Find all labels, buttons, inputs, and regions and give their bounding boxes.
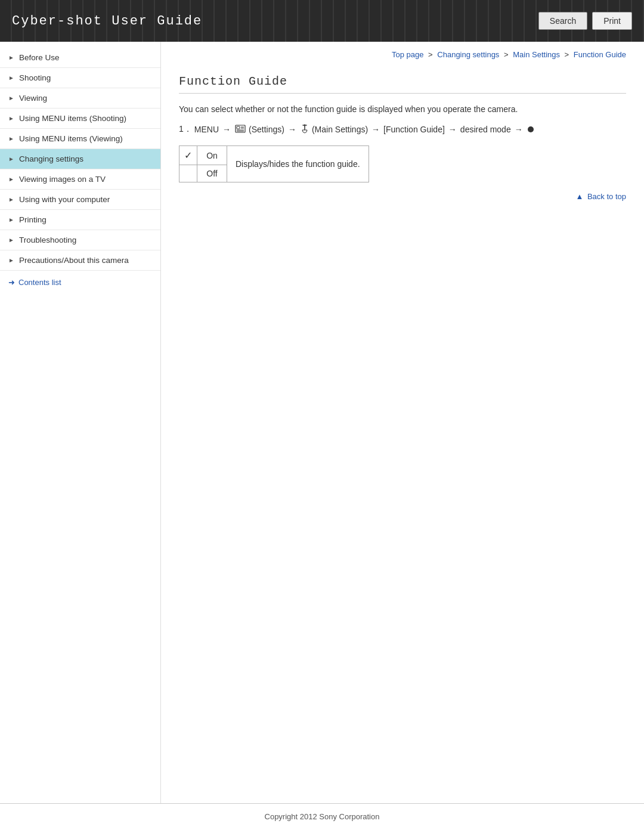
bracket-label: [Function Guide] xyxy=(383,125,445,134)
header-buttons: Search Print xyxy=(538,12,632,30)
breadcrumb-sep2: > xyxy=(504,50,510,59)
sidebar-item-label: Viewing xyxy=(19,94,47,103)
sidebar-item-label: Troubleshooting xyxy=(19,236,76,244)
options-table: ✓ On Displays/hides the function guide. … xyxy=(179,145,369,182)
main-settings-label: (Main Settings) xyxy=(312,125,368,134)
settings-icon xyxy=(234,125,246,134)
instruction-line: 1． MENU → (Settings) → xyxy=(179,124,626,135)
sidebar-item-label: Using MENU items (Shooting) xyxy=(19,114,126,123)
svg-rect-1 xyxy=(237,126,240,129)
arrow-icon: ► xyxy=(8,257,14,264)
breadcrumb-top[interactable]: Top page xyxy=(392,50,424,59)
option-description: Displays/hides the function guide. xyxy=(227,146,369,182)
sidebar-item-using-computer[interactable]: ► Using with your computer xyxy=(0,190,160,210)
arrow-icon: ► xyxy=(8,95,14,101)
sidebar-item-label: Printing xyxy=(19,215,47,224)
content-wrapper: ► Before Use ► Shooting ► Viewing ► Usin… xyxy=(0,42,644,803)
settings-label: (Settings) xyxy=(249,125,284,134)
table-row: ✓ On Displays/hides the function guide. xyxy=(179,146,369,165)
sidebar-item-label: Precautions/About this camera xyxy=(19,256,129,265)
checkmark-icon: ✓ xyxy=(184,150,192,160)
sidebar-item-using-menu-viewing[interactable]: ► Using MENU items (Viewing) xyxy=(0,129,160,149)
back-to-top[interactable]: ▲ Back to top xyxy=(179,182,626,207)
print-button[interactable]: Print xyxy=(592,12,632,30)
footer: Copyright 2012 Sony Corporation xyxy=(0,803,644,829)
arrow-icon: ► xyxy=(8,237,14,243)
triangle-icon: ▲ xyxy=(575,192,583,201)
breadcrumb-sep3: > xyxy=(565,50,571,59)
sidebar-item-troubleshooting[interactable]: ► Troubleshooting xyxy=(0,230,160,250)
option-off-label: Off xyxy=(197,165,227,182)
breadcrumb-function-guide[interactable]: Function Guide xyxy=(574,50,626,59)
sidebar-item-label: Using MENU items (Viewing) xyxy=(19,134,123,143)
sidebar-item-label: Shooting xyxy=(19,73,51,82)
sidebar-item-viewing[interactable]: ► Viewing xyxy=(0,88,160,109)
page-number: 177 xyxy=(0,829,644,833)
arrow5: → xyxy=(515,125,523,134)
back-to-top-link[interactable]: ▲ Back to top xyxy=(575,192,626,201)
sidebar: ► Before Use ► Shooting ► Viewing ► Usin… xyxy=(0,42,161,803)
bullet-circle-icon xyxy=(528,126,534,132)
sidebar-item-label: Viewing images on a TV xyxy=(19,175,106,184)
copyright-text: Copyright 2012 Sony Corporation xyxy=(265,812,380,821)
arrow1: → xyxy=(222,125,231,134)
sidebar-item-viewing-tv[interactable]: ► Viewing images on a TV xyxy=(0,169,160,190)
sidebar-item-label: Using with your computer xyxy=(19,195,110,204)
contents-list-link[interactable]: ➜ Contents list xyxy=(0,271,160,294)
body-text: You can select whether or not the functi… xyxy=(179,103,626,116)
arrow-icon: ► xyxy=(8,135,14,142)
breadcrumb-changing-settings[interactable]: Changing settings xyxy=(437,50,499,59)
site-title: Cyber-shot User Guide xyxy=(12,14,202,29)
arrow-icon: ► xyxy=(8,75,14,81)
breadcrumb-sep1: > xyxy=(428,50,435,59)
sidebar-item-label: Changing settings xyxy=(19,154,83,163)
contents-link-label: Contents list xyxy=(18,278,61,287)
sidebar-item-printing[interactable]: ► Printing xyxy=(0,210,160,230)
sidebar-item-using-menu-shooting[interactable]: ► Using MENU items (Shooting) xyxy=(0,109,160,129)
arrow-right-icon: ➜ xyxy=(8,278,15,287)
empty-check-cell xyxy=(179,165,197,182)
arrow-icon: ► xyxy=(8,156,14,162)
sidebar-item-before-use[interactable]: ► Before Use xyxy=(0,48,160,68)
sidebar-item-shooting[interactable]: ► Shooting xyxy=(0,68,160,88)
arrow3: → xyxy=(371,125,380,134)
arrow-icon: ► xyxy=(8,216,14,223)
menu-label: MENU xyxy=(194,125,219,134)
sidebar-item-label: Before Use xyxy=(19,53,60,62)
arrow4: → xyxy=(448,125,457,134)
step-number: 1． xyxy=(179,124,192,135)
main-settings-icon xyxy=(300,124,309,135)
arrow2: → xyxy=(288,125,296,134)
breadcrumb: Top page > Changing settings > Main Sett… xyxy=(179,42,626,65)
back-to-top-label: Back to top xyxy=(587,192,626,201)
breadcrumb-main-settings[interactable]: Main Settings xyxy=(513,50,560,59)
sidebar-item-precautions[interactable]: ► Precautions/About this camera xyxy=(0,250,160,271)
search-button[interactable]: Search xyxy=(538,12,587,30)
main-content: Top page > Changing settings > Main Sett… xyxy=(161,42,644,803)
sidebar-item-changing-settings[interactable]: ► Changing settings xyxy=(0,149,160,169)
check-cell: ✓ xyxy=(179,146,197,165)
desired-label: desired mode xyxy=(460,125,511,134)
arrow-icon: ► xyxy=(8,54,14,61)
page-title: Function Guide xyxy=(179,75,626,94)
arrow-icon: ► xyxy=(8,115,14,122)
page-header: Cyber-shot User Guide Search Print xyxy=(0,0,644,42)
option-on-label: On xyxy=(197,146,227,165)
arrow-icon: ► xyxy=(8,176,14,182)
arrow-icon: ► xyxy=(8,196,14,203)
